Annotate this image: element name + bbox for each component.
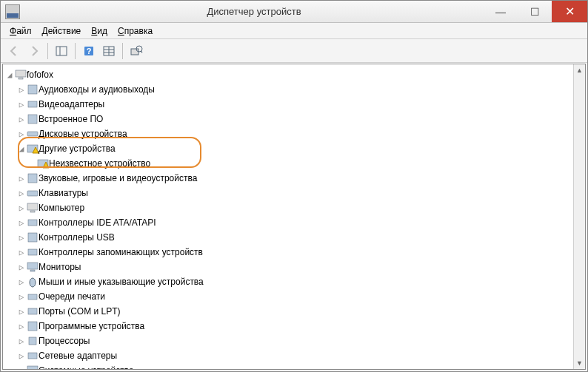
tree-root[interactable]: ◢ fofofox	[4, 67, 572, 82]
svg-rect-0	[56, 47, 67, 55]
storage-controller-icon	[27, 246, 39, 258]
expand-icon[interactable]: ▷	[16, 337, 27, 346]
scroll-up-icon[interactable]: ▲	[574, 64, 585, 76]
close-button[interactable]: ✕	[552, 1, 587, 22]
tree-item-label: Аудиовходы и аудиовыходы	[39, 84, 155, 95]
help-button[interactable]: ?	[80, 42, 98, 60]
menu-view[interactable]: Вид	[87, 24, 112, 38]
tree-item[interactable]: ▷ Звуковые, игровые и видеоустройства	[4, 171, 572, 186]
tree-item-label: Очереди печати	[39, 291, 105, 302]
forward-button[interactable]	[25, 42, 43, 60]
tree-item[interactable]: ▷ Аудиовходы и аудиовыходы	[4, 82, 572, 97]
menu-file-label: айл	[16, 26, 31, 36]
svg-rect-34	[29, 337, 36, 345]
expand-icon[interactable]: ▷	[16, 277, 27, 287]
tree-item-label: Встроенное ПО	[39, 114, 103, 124]
svg-rect-35	[28, 353, 37, 359]
menu-action[interactable]: Действие	[38, 24, 86, 38]
maximize-button[interactable]: ☐	[518, 1, 552, 22]
expand-icon[interactable]: ▷	[16, 307, 27, 317]
print-queue-icon	[27, 291, 39, 302]
tree-item-label: Мыши и иные указывающие устройства	[39, 277, 204, 287]
sound-icon	[27, 172, 39, 184]
vertical-scrollbar[interactable]: ▲ ▼	[573, 64, 585, 369]
tree-item[interactable]: ▷ Мыши и иные указывающие устройства	[4, 274, 572, 289]
toolbar-separator	[122, 43, 123, 59]
system-device-icon	[27, 365, 39, 369]
tree-item[interactable]: ▷ Системные устройства	[4, 363, 572, 369]
expand-icon[interactable]: ▷	[16, 218, 27, 228]
svg-rect-11	[16, 70, 26, 77]
tree-item-label: Порты (COM и LPT)	[39, 306, 121, 317]
expand-icon[interactable]: ▷	[16, 115, 27, 124]
menu-file[interactable]: Файл	[5, 24, 36, 38]
expand-icon[interactable]: ▷	[16, 233, 27, 243]
tree-item-label: Контроллеры USB	[39, 232, 115, 243]
expand-icon[interactable]: ▷	[16, 366, 27, 370]
scan-hardware-button[interactable]	[127, 42, 145, 60]
toolbar: ?	[1, 39, 587, 63]
svg-rect-16	[27, 132, 38, 136]
expand-icon[interactable]: ▷	[16, 85, 27, 95]
mouse-icon	[27, 276, 39, 288]
window-controls: — ☐ ✕	[484, 1, 587, 22]
content-area: ◢ fofofox ▷ Аудиовходы и аудиовыходы ▷ В…	[2, 64, 586, 370]
svg-rect-28	[27, 263, 38, 269]
properties-button[interactable]	[100, 42, 118, 60]
svg-line-10	[141, 51, 142, 53]
tree-item[interactable]: ▷ Контроллеры запоминающих устройств	[4, 245, 572, 260]
tree-item-label: Видеоадаптеры	[39, 99, 104, 109]
collapse-icon[interactable]: ◢	[4, 70, 15, 80]
svg-rect-15	[28, 115, 37, 124]
tree-item[interactable]: ▷ Сетевые адаптеры	[4, 348, 572, 363]
tree-item[interactable]: ▷ Клавиатуры	[4, 186, 572, 200]
expand-icon[interactable]: ▷	[16, 203, 27, 213]
help-icon: ?	[82, 44, 96, 58]
svg-rect-25	[28, 220, 37, 226]
grid-icon	[102, 44, 116, 58]
device-tree[interactable]: ◢ fofofox ▷ Аудиовходы и аудиовыходы ▷ В…	[3, 64, 573, 369]
tree-item-label: Клавиатуры	[39, 188, 88, 198]
highlight-annotation	[18, 137, 201, 168]
svg-rect-31	[28, 294, 37, 300]
tree-item[interactable]: ▷ Контроллеры USB	[4, 230, 572, 245]
expand-icon[interactable]: ▷	[16, 189, 27, 198]
minimize-button[interactable]: —	[484, 1, 518, 22]
tree-item[interactable]: ▷ Видеоадаптеры	[4, 97, 572, 112]
expand-icon[interactable]: ▷	[16, 100, 27, 109]
menu-action-label: ействие	[48, 26, 81, 36]
expand-icon[interactable]: ▷	[16, 351, 27, 361]
tree-item[interactable]: ▷ Контроллеры IDE ATA/ATAPI	[4, 215, 572, 230]
expand-icon[interactable]: ▷	[16, 174, 27, 183]
expand-icon[interactable]: ▷	[16, 263, 27, 272]
arrow-right-icon	[27, 44, 41, 58]
scroll-down-icon[interactable]: ▼	[574, 357, 585, 369]
svg-rect-12	[19, 78, 23, 79]
tree-item-label: Программные устройства	[39, 321, 144, 331]
tree-item[interactable]: ▷ Порты (COM и LPT)	[4, 304, 572, 319]
svg-text:?: ?	[87, 47, 92, 55]
menu-help-label: правка	[124, 26, 153, 36]
show-hidden-button[interactable]	[53, 42, 70, 60]
tree-item[interactable]: ▷ Встроенное ПО	[4, 112, 572, 126]
tree-item[interactable]: ▷ Программные устройства	[4, 319, 572, 334]
toolbar-separator	[47, 43, 48, 59]
tree-item-label: Системные устройства	[39, 365, 134, 369]
tree-item-label: Компьютер	[39, 203, 84, 213]
title-bar: Диспетчер устройств — ☐ ✕	[1, 1, 587, 23]
keyboard-icon	[27, 187, 39, 199]
tree-item-label: Звуковые, игровые и видеоустройства	[39, 173, 197, 183]
processor-icon	[27, 335, 39, 347]
menu-help[interactable]: Справка	[113, 24, 157, 38]
tree-item[interactable]: ▷ Мониторы	[4, 260, 572, 274]
tree-item[interactable]: ▷ Очереди печати	[4, 289, 572, 304]
back-button[interactable]	[5, 42, 23, 60]
expand-icon[interactable]: ▷	[16, 248, 27, 257]
tree-item[interactable]: ▷ Процессоры	[4, 334, 572, 348]
expand-icon[interactable]: ▷	[16, 322, 27, 331]
tree-item-label: Контроллеры IDE ATA/ATAPI	[39, 217, 156, 228]
tree-item[interactable]: ▷ Компьютер	[4, 200, 572, 215]
expand-icon[interactable]: ▷	[16, 292, 27, 302]
svg-rect-33	[28, 322, 37, 331]
tree-item-label: Сетевые адаптеры	[39, 351, 117, 361]
